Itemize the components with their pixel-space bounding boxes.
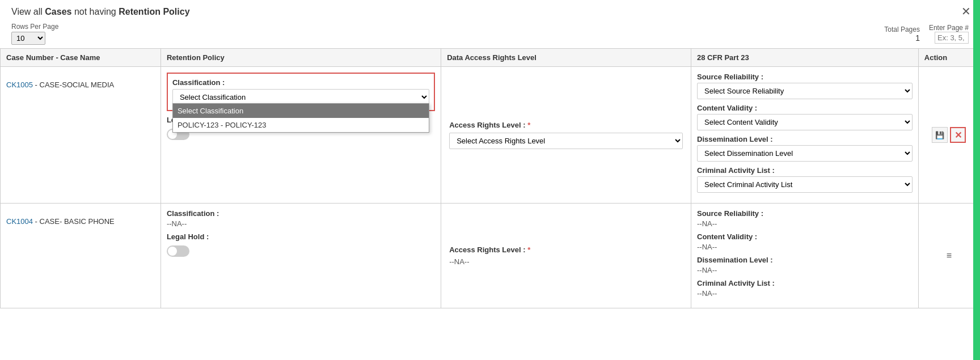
access-rights-select[interactable]: Select Access Rights Level	[449, 133, 683, 149]
source-reliability-group: Source Reliability : Select Source Relia…	[697, 73, 913, 99]
case-name-cell-2: CK1004 - CASE- BASIC PHONE	[1, 204, 161, 308]
content-validity-label-2: Content Validity :	[697, 232, 913, 241]
content-validity-value-2: --NA--	[697, 243, 913, 251]
enter-page-label: Enter Page #	[929, 24, 969, 32]
enter-page-area: Enter Page #	[929, 24, 969, 44]
access-rights-value-2: --NA--	[449, 257, 683, 266]
classification-label-2: Classification :	[167, 209, 435, 218]
access-rights-required: *	[527, 121, 530, 129]
save-icon: 💾	[935, 131, 944, 139]
action-cell-row2: ≡	[918, 204, 979, 308]
hamburger-menu-icon[interactable]: ≡	[947, 251, 952, 260]
source-reliability-label: Source Reliability :	[697, 73, 913, 81]
enter-page-input[interactable]	[935, 32, 969, 44]
case-number-2: CK1004	[6, 217, 33, 226]
dropdown-option-policy123[interactable]: POLICY-123 - POLICY-123	[173, 118, 429, 132]
classification-group-2: Classification : --NA--	[167, 209, 435, 228]
access-rights-label-2: Access Rights Level : *	[449, 245, 683, 254]
classification-box: Classification : Select Classification P…	[167, 73, 435, 111]
case-separator: -	[33, 81, 40, 89]
case-title: CASE-SOCIAL MEDIA	[40, 81, 115, 89]
cfr-cell-2: Source Reliability : --NA-- Content Vali…	[691, 204, 919, 308]
case-name: CK1005 - CASE-SOCIAL MEDIA	[6, 73, 155, 89]
col-header-cfr: 28 CFR Part 23	[691, 49, 919, 67]
dropdown-option-default[interactable]: Select Classification	[173, 104, 429, 118]
page-title: View all Cases not having Retention Poli…	[0, 0, 980, 19]
col-header-access: Data Access Rights Level	[441, 49, 691, 67]
dissemination-level-group: Dissemination Level : Select Disseminati…	[697, 135, 913, 162]
delete-button[interactable]: ✕	[950, 127, 966, 143]
retention-policy-cell-2: Classification : --NA-- Legal Hold :	[160, 204, 441, 308]
classification-dropdown[interactable]: Select Classification POLICY-123 - POLIC…	[172, 103, 429, 133]
access-rights-section-2: Access Rights Level : * --NA--	[447, 243, 685, 268]
case-title-2: CASE- BASIC PHONE	[40, 217, 115, 226]
close-button[interactable]: ✕	[961, 5, 971, 18]
criminal-activity-group: Criminal Activity List : Select Criminal…	[697, 166, 913, 193]
access-rights-label: Access Rights Level : *	[449, 121, 683, 129]
criminal-activity-label: Criminal Activity List :	[697, 166, 913, 175]
criminal-activity-label-2: Criminal Activity List :	[697, 279, 913, 287]
criminal-activity-value-2: --NA--	[697, 289, 913, 298]
content-validity-group-2: Content Validity : --NA--	[697, 232, 913, 251]
case-separator-2: -	[33, 217, 40, 226]
source-reliability-label-2: Source Reliability :	[697, 209, 913, 218]
classification-value-2: --NA--	[167, 219, 435, 228]
rows-per-page-label: Rows Per Page	[11, 23, 58, 31]
access-rights-section: Access Rights Level : * Select Access Ri…	[447, 118, 685, 151]
pagination-area: Total Pages 1 Enter Page #	[884, 24, 969, 44]
dissemination-level-group-2: Dissemination Level : --NA--	[697, 256, 913, 274]
rows-per-page-select[interactable]: 10 25 50 100	[11, 32, 45, 45]
case-number: CK1005	[6, 81, 33, 89]
dissemination-level-select[interactable]: Select Dissemination Level	[697, 145, 913, 162]
toolbar: Rows Per Page 10 25 50 100 Total Pages 1…	[0, 19, 980, 48]
content-validity-group: Content Validity : Select Content Validi…	[697, 104, 913, 130]
source-reliability-group-2: Source Reliability : --NA--	[697, 209, 913, 228]
cfr-section-2: Source Reliability : --NA-- Content Vali…	[697, 209, 913, 298]
close-icon: ✕	[961, 5, 971, 18]
total-pages-label: Total Pages	[884, 26, 920, 33]
rows-per-page-control: Rows Per Page 10 25 50 100	[11, 23, 58, 45]
cfr-section: Source Reliability : Select Source Relia…	[697, 73, 913, 193]
legal-hold-toggle-2[interactable]	[167, 245, 189, 257]
save-button[interactable]: 💾	[932, 127, 948, 143]
case-name-2: CK1004 - CASE- BASIC PHONE	[6, 209, 155, 226]
access-rights-required-2: *	[527, 245, 530, 254]
action-cell-row1: 💾 ✕	[918, 67, 979, 204]
access-rights-cell-2: Access Rights Level : * --NA--	[441, 204, 691, 308]
classification-label: Classification :	[172, 78, 429, 87]
total-pages-area: Total Pages 1	[884, 26, 920, 43]
cfr-cell: Source Reliability : Select Source Relia…	[691, 67, 919, 204]
table-row: CK1005 - CASE-SOCIAL MEDIA Classificatio…	[1, 67, 980, 204]
delete-icon: ✕	[954, 130, 962, 141]
source-reliability-select[interactable]: Select Source Reliability	[697, 83, 913, 99]
source-reliability-value-2: --NA--	[697, 219, 913, 228]
criminal-activity-group-2: Criminal Activity List : --NA--	[697, 279, 913, 298]
dissemination-level-value-2: --NA--	[697, 266, 913, 274]
col-header-retention: Retention Policy	[160, 49, 441, 67]
dissemination-level-label-2: Dissemination Level :	[697, 256, 913, 264]
content-validity-label: Content Validity :	[697, 104, 913, 112]
content-validity-select[interactable]: Select Content Validity	[697, 114, 913, 130]
dissemination-level-label: Dissemination Level :	[697, 135, 913, 143]
legal-hold-label-2: Legal Hold :	[167, 232, 435, 241]
col-header-case: Case Number - Case Name	[1, 49, 161, 67]
page-container: ✕ View all Cases not having Retention Po…	[0, 0, 980, 360]
table-row: CK1004 - CASE- BASIC PHONE Classificatio…	[1, 204, 980, 308]
criminal-activity-select[interactable]: Select Criminal Activity List	[697, 176, 913, 193]
retention-policy-cell: Classification : Select Classification P…	[160, 67, 441, 204]
access-rights-cell: Access Rights Level : * Select Access Ri…	[441, 67, 691, 204]
legal-hold-section-2: Legal Hold :	[167, 232, 435, 259]
case-name-cell: CK1005 - CASE-SOCIAL MEDIA	[1, 67, 161, 204]
col-header-action: Action	[918, 49, 979, 67]
main-table: Case Number - Case Name Retention Policy…	[0, 48, 980, 308]
total-pages-value: 1	[884, 33, 920, 43]
action-icons-row1: 💾 ✕	[924, 127, 974, 143]
right-edge-bar	[973, 0, 980, 360]
